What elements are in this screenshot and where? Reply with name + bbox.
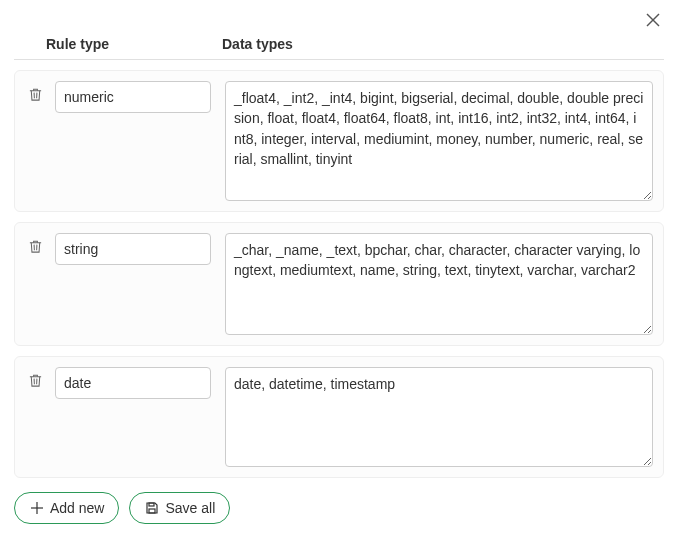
close-icon	[646, 13, 660, 30]
delete-rule-button[interactable]	[25, 233, 45, 263]
rule-type-input[interactable]	[55, 233, 211, 265]
save-all-label: Save all	[165, 500, 215, 516]
rule-type-input[interactable]	[55, 367, 211, 399]
trash-icon	[28, 87, 43, 105]
delete-rule-button[interactable]	[25, 367, 45, 397]
save-icon	[144, 501, 159, 516]
trash-icon	[28, 373, 43, 391]
header-data-types: Data types	[222, 36, 664, 52]
add-new-label: Add new	[50, 500, 104, 516]
column-headers: Rule type Data types	[14, 32, 664, 60]
data-types-textarea[interactable]	[225, 233, 653, 335]
rule-row	[14, 70, 664, 212]
data-types-textarea[interactable]	[225, 81, 653, 201]
header-rule-type: Rule type	[46, 36, 222, 52]
rule-row	[14, 356, 664, 478]
plus-icon	[29, 501, 44, 516]
close-button[interactable]	[644, 12, 662, 30]
data-types-textarea[interactable]	[225, 367, 653, 467]
rule-row	[14, 222, 664, 346]
rule-type-input[interactable]	[55, 81, 211, 113]
delete-rule-button[interactable]	[25, 81, 45, 111]
svg-rect-11	[149, 509, 155, 513]
add-new-button[interactable]: Add new	[14, 492, 119, 524]
trash-icon	[28, 239, 43, 257]
save-all-button[interactable]: Save all	[129, 492, 230, 524]
svg-rect-10	[149, 503, 154, 506]
